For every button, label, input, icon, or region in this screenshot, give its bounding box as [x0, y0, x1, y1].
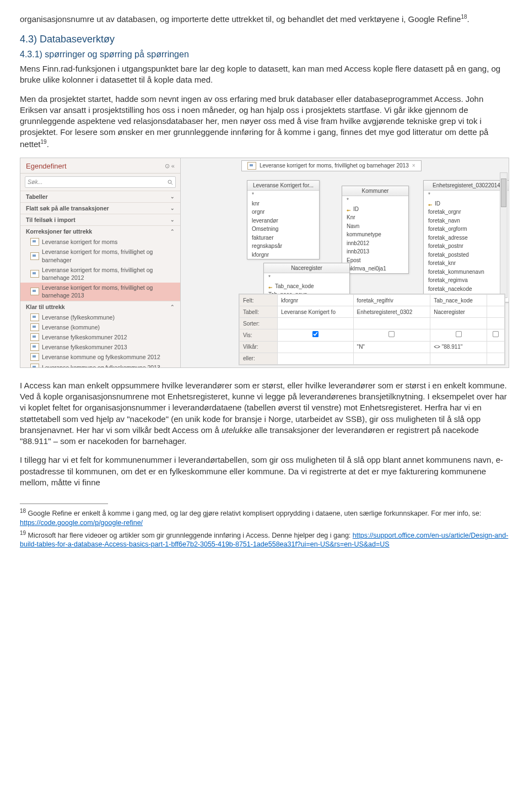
paragraph: Men da prosjektet startet, hadde som nev…: [20, 94, 509, 150]
nav-query-item[interactable]: Leveranse kommune og fylkeskommune 2013: [20, 362, 180, 367]
nav-group[interactable]: Klar til uttrekk⌃: [20, 301, 180, 312]
text: Google Refine er enkelt å komme i gang m…: [26, 510, 481, 517]
nav-collapse-icon[interactable]: ⊙ «: [165, 162, 175, 170]
grid-cell[interactable]: [430, 353, 487, 364]
footnote: 19 Microsoft har flere videoer og artikl…: [20, 529, 509, 549]
grid-cell[interactable]: [278, 353, 354, 364]
grid-label: Vis:: [240, 329, 278, 342]
grid-cell[interactable]: "N": [353, 341, 430, 353]
access-screenshot: Egendefinert ⊙ « Søk... Tabeller⌄ Flatt …: [20, 158, 509, 368]
key-icon: [347, 207, 351, 212]
footnote-link[interactable]: https://code.google.com/p/google-refine/: [20, 519, 143, 527]
nav-group[interactable]: Til feilsøk i import⌄: [20, 214, 180, 225]
text: .: [467, 14, 469, 24]
table-box-leveranse[interactable]: Leveranse Korrigert for... * knr orgnr l…: [247, 180, 320, 260]
navigation-pane: Egendefinert ⊙ « Søk... Tabeller⌄ Flatt …: [20, 158, 181, 367]
nav-title-text: Egendefinert: [26, 161, 67, 171]
show-checkbox[interactable]: [312, 331, 319, 337]
query-icon: [30, 313, 39, 321]
grid-cell[interactable]: Naceregister: [430, 306, 487, 318]
grid-cell[interactable]: [353, 318, 430, 329]
query-design-grid[interactable]: Felt: kforgnr foretak_regifriv Tab_nace_…: [239, 294, 505, 365]
grid-cell[interactable]: Enhetsregisteret_0302: [353, 306, 430, 318]
close-icon[interactable]: ×: [412, 162, 415, 170]
nav-query-item[interactable]: Leveranse korrigert for moms, frivilligh…: [20, 247, 180, 264]
footnote-ref: 18: [461, 14, 467, 20]
nav-group[interactable]: Korreksjoner før uttrekk⌃: [20, 225, 180, 237]
nav-query-item[interactable]: Leveranse kommune og fylkeskommune 2012: [20, 352, 180, 362]
query-design-canvas: Leveranse korrigert for moms, frivilligh…: [181, 158, 509, 367]
query-icon: [30, 238, 39, 246]
grid-cell[interactable]: Leveranse Korrigert fo: [278, 306, 354, 318]
nav-query-item-selected[interactable]: Leveranse korrigert for moms, frivilligh…: [20, 283, 180, 300]
nav-query-item[interactable]: Leveranse (kommune): [20, 322, 180, 332]
nav-query-item[interactable]: Leveranse fylkeskommuner 2013: [20, 342, 180, 352]
grid-label: Sorter:: [240, 318, 278, 329]
nav-query-item[interactable]: Leveranse korrigert for moms, frivilligh…: [20, 265, 180, 283]
query-icon: [30, 323, 39, 331]
chevron-icon: ⌄: [170, 205, 175, 212]
grid-cell[interactable]: [278, 341, 354, 353]
nav-pane-header[interactable]: Egendefinert ⊙ «: [20, 158, 180, 174]
scrollbar[interactable]: [500, 172, 508, 298]
table-box-title: Kommuner: [342, 186, 408, 197]
grid-label: eller:: [240, 353, 278, 364]
grid-label: Felt:: [240, 295, 278, 306]
grid-cell[interactable]: [487, 306, 505, 318]
heading-3: 4.3.1) spørringer og spørring på spørrin…: [20, 48, 509, 61]
object-tab[interactable]: Leveranse korrigert for moms, frivilligh…: [241, 160, 422, 171]
footnote-separator: [20, 504, 108, 504]
search-input[interactable]: Søk...: [25, 176, 176, 187]
scroll-thumb[interactable]: [501, 178, 506, 207]
query-icon: [30, 364, 39, 367]
chevron-up-icon: ⌃: [170, 228, 175, 235]
svg-rect-7: [270, 287, 272, 288]
show-checkbox[interactable]: [456, 331, 462, 337]
grid-cell[interactable]: [430, 318, 487, 329]
grid-cell[interactable]: [487, 341, 505, 353]
emphasis: utelukke: [222, 425, 252, 435]
tab-label: Leveranse korrigert for moms, frivilligh…: [260, 162, 409, 170]
footnote: 18 Google Refine er enkelt å komme i gan…: [20, 507, 509, 527]
grid-cell[interactable]: <> "88.911": [430, 341, 487, 353]
table-box-title: Leveranse Korrigert for...: [247, 181, 319, 191]
grid-cell-checkbox[interactable]: [487, 329, 505, 342]
query-icon: [30, 270, 39, 278]
grid-cell[interactable]: [353, 353, 430, 364]
text: Men da prosjektet startet, hadde som nev…: [20, 94, 488, 149]
table-box-kommuner[interactable]: Kommuner * ID Knr Navn kommunetype innb2…: [342, 186, 409, 274]
grid-cell[interactable]: foretak_regifriv: [353, 295, 430, 306]
nav-query-item[interactable]: Leveranse korrigert for moms: [20, 237, 180, 247]
svg-line-1: [171, 183, 173, 185]
key-icon: [268, 284, 273, 289]
footnote-number: 18: [20, 508, 26, 514]
table-box-title: Naceregister: [264, 263, 349, 274]
heading-2: 4.3) Databaseverktøy: [20, 33, 509, 46]
paragraph: I tillegg har vi et felt for kommunenumm…: [20, 454, 509, 488]
grid-cell[interactable]: [278, 318, 354, 329]
key-icon: [428, 202, 433, 206]
text: Microsoft har flere videoer og artikler …: [26, 532, 353, 539]
grid-cell-checkbox[interactable]: [430, 329, 487, 342]
nav-query-item[interactable]: Leveranse fylkeskommuner 2012: [20, 332, 180, 342]
nav-group[interactable]: Flatt søk på alle transaksjoner⌄: [20, 202, 180, 214]
grid-cell[interactable]: [487, 353, 505, 364]
chevron-up-icon: ⌃: [170, 304, 175, 310]
grid-cell[interactable]: [487, 295, 505, 306]
grid-cell-checkbox[interactable]: [278, 329, 354, 342]
query-icon: [30, 353, 39, 361]
show-checkbox[interactable]: [388, 331, 395, 337]
grid-cell[interactable]: kforgnr: [278, 295, 354, 306]
show-checkbox[interactable]: [493, 331, 499, 337]
text: .: [47, 139, 49, 149]
nav-group[interactable]: Tabeller⌄: [20, 191, 180, 202]
nav-body: Tabeller⌄ Flatt søk på alle transaksjone…: [20, 191, 180, 367]
svg-rect-3: [348, 210, 350, 210]
query-icon: [30, 343, 39, 351]
paragraph: I Access kan man enkelt oppsummere hvilk…: [20, 380, 509, 447]
nav-query-item[interactable]: Leveranse (fylkeskommune): [20, 312, 180, 322]
grid-cell-checkbox[interactable]: [353, 329, 430, 342]
grid-cell[interactable]: Tab_nace_kode: [430, 295, 487, 306]
table-box-enhetsregisteret[interactable]: Enhetsregisteret_03022014 * ID foretak_o…: [423, 180, 509, 302]
grid-cell[interactable]: [487, 318, 505, 329]
